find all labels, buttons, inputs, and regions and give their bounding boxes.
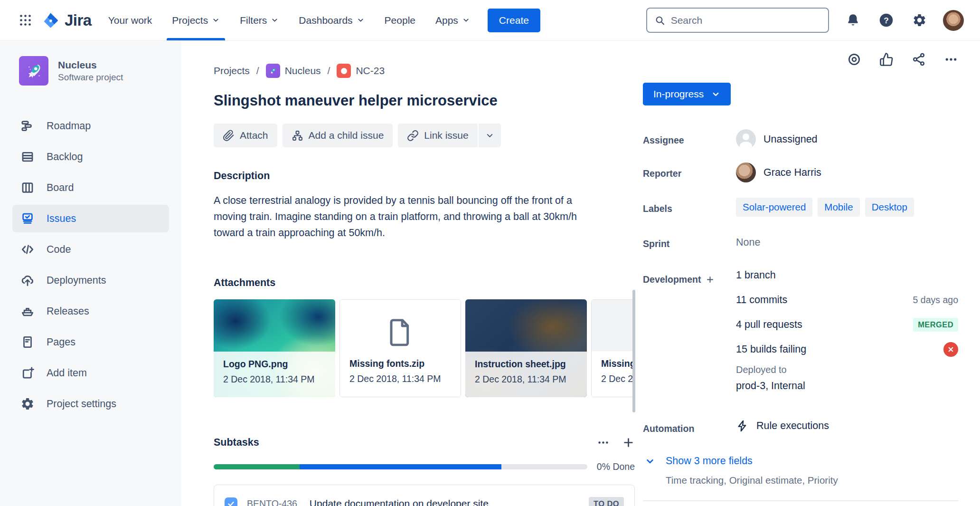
link-issue-button[interactable]: Link issue <box>398 124 477 147</box>
subtasks-list: BENTO-436 Update documentation on develo… <box>214 485 635 506</box>
assignee-value[interactable]: Unassigned <box>736 124 958 149</box>
sidebar-item-deployments[interactable]: Deployments <box>12 267 169 294</box>
sidebar-item-backlog[interactable]: Backlog <box>12 143 169 171</box>
panel-divider <box>643 500 958 501</box>
nav-dashboards[interactable]: Dashboards <box>289 0 374 40</box>
label-chip[interactable]: Mobile <box>818 198 859 217</box>
attachment-name: Missing fonts.zip <box>349 358 451 369</box>
nav-people[interactable]: People <box>375 0 425 40</box>
share-button[interactable] <box>912 52 926 67</box>
label-chip[interactable]: Solar-powered <box>736 198 812 217</box>
sprint-label: Sprint <box>643 217 736 249</box>
breadcrumb-project[interactable]: Nucleus <box>266 64 321 78</box>
attachments-heading: Attachments <box>214 277 603 289</box>
link-issue-more-button[interactable] <box>479 124 501 147</box>
deployed-to-value[interactable]: prod-3, Internal <box>736 380 958 392</box>
subtask-status-badge[interactable]: TO DO <box>589 497 624 506</box>
description-heading: Description <box>214 170 603 182</box>
subtask-type-icon[interactable] <box>225 497 237 506</box>
help-button[interactable]: ? <box>876 11 895 30</box>
user-avatar[interactable] <box>943 10 964 31</box>
pull-requests-link[interactable]: 4 pull requests <box>736 319 802 331</box>
jira-logo[interactable]: Jira <box>38 10 98 30</box>
global-search[interactable] <box>646 8 829 33</box>
settings-button[interactable] <box>910 11 929 30</box>
commits-timestamp: 5 days ago <box>913 295 958 306</box>
more-actions-button[interactable] <box>944 52 958 67</box>
paperclip-icon <box>223 130 235 142</box>
subtasks-more-button[interactable] <box>597 436 610 449</box>
add-subtask-button[interactable] <box>622 436 635 449</box>
chevron-down-icon <box>271 16 279 24</box>
attachments-list: Logo PNG.png 2 Dec 2018, 11:34 PM Missin… <box>214 299 635 397</box>
sidebar-item-issues[interactable]: Issues <box>12 205 169 232</box>
nav-your-work[interactable]: Your work <box>98 0 162 40</box>
top-navigation-bar: Jira Your work Projects Filters Dashboar… <box>0 0 980 41</box>
gear-icon <box>912 13 927 28</box>
bell-icon <box>846 13 860 28</box>
project-header[interactable]: Nucleus Software project <box>12 56 169 86</box>
chevron-down-icon <box>357 16 365 24</box>
nav-apps[interactable]: Apps <box>425 0 480 40</box>
share-icon <box>912 52 926 67</box>
progress-blue <box>300 464 501 469</box>
breadcrumb-projects[interactable]: Projects <box>214 65 250 76</box>
content-scrollbar[interactable] <box>632 290 635 412</box>
plus-icon[interactable] <box>706 275 715 284</box>
show-more-fields-button[interactable]: Show 3 more fields <box>643 455 958 467</box>
reporter-value[interactable]: Grace Harris <box>736 149 958 182</box>
sprint-value[interactable]: None <box>736 217 958 248</box>
builds-link[interactable]: 15 builds failing <box>736 344 806 355</box>
attachment-date: 2 Dec 2018, 11:34 PM <box>475 374 577 385</box>
sidebar-item-board[interactable]: Board <box>12 174 169 201</box>
attach-button[interactable]: Attach <box>214 124 277 147</box>
merged-badge: MERGED <box>913 318 958 332</box>
attachment-card[interactable]: Missing fonts.zip 2 Dec 2018, 11:34 PM <box>339 299 461 397</box>
chevron-down-icon <box>645 456 655 467</box>
project-type: Software project <box>58 72 123 83</box>
roadmap-icon <box>20 119 35 133</box>
attachment-date: 2 Dec 2018, 11:34 PM <box>349 373 451 384</box>
search-input[interactable] <box>671 15 820 26</box>
create-button[interactable]: Create <box>488 9 540 32</box>
development-label: Development <box>643 249 736 285</box>
project-sidebar: Nucleus Software project Roadmap Backlog… <box>0 41 181 506</box>
sidebar-item-releases[interactable]: Releases <box>12 297 169 325</box>
subtask-title[interactable]: Update documentation on developer site <box>310 498 579 506</box>
logo-wordmark: Jira <box>65 11 92 29</box>
subtask-row[interactable]: BENTO-436 Update documentation on develo… <box>220 490 629 506</box>
plus-icon <box>622 436 635 449</box>
automation-label: Automation <box>643 392 736 434</box>
commits-link[interactable]: 11 commits <box>736 294 787 306</box>
project-avatar <box>19 56 48 86</box>
status-dropdown-button[interactable]: In-progress <box>643 83 731 105</box>
breadcrumb-issue[interactable]: NC-23 <box>337 64 385 78</box>
vote-button[interactable] <box>879 52 894 67</box>
thumbs-up-icon <box>879 52 894 67</box>
branches-link[interactable]: 1 branch <box>736 269 776 281</box>
subtask-key[interactable]: BENTO-436 <box>247 498 297 506</box>
issue-main-column: Projects / Nucleus / NC-23 Slingshot man… <box>181 41 635 506</box>
sidebar-item-add-item[interactable]: Add item <box>12 359 169 387</box>
dev-pull-requests-row: 4 pull requests MERGED <box>736 312 958 337</box>
attachment-card[interactable]: Logo PNG.png 2 Dec 2018, 11:34 PM <box>214 299 335 397</box>
sidebar-item-roadmap[interactable]: Roadmap <box>12 112 169 140</box>
chevron-down-icon <box>212 16 220 24</box>
sidebar-item-project-settings[interactable]: Project settings <box>12 390 169 418</box>
description-body[interactable]: A close terrestrial analogy is provided … <box>214 192 603 241</box>
automation-value[interactable]: Rule executions <box>736 392 958 432</box>
nav-filters[interactable]: Filters <box>230 0 289 40</box>
add-child-issue-button[interactable]: Add a child issue <box>283 124 393 147</box>
breadcrumb: Projects / Nucleus / NC-23 <box>214 64 603 78</box>
app-switcher-icon[interactable] <box>12 8 38 33</box>
attachment-card[interactable]: Instruction sheet.jpg 2 Dec 2018, 11:34 … <box>465 299 587 397</box>
nav-projects[interactable]: Projects <box>162 0 230 40</box>
labels-label: Labels <box>643 182 736 214</box>
watch-button[interactable] <box>847 52 861 67</box>
sidebar-item-code[interactable]: Code <box>12 236 169 263</box>
notifications-button[interactable] <box>843 11 862 30</box>
sidebar-item-pages[interactable]: Pages <box>12 328 169 356</box>
label-chip[interactable]: Desktop <box>865 198 914 217</box>
attachment-card[interactable]: Missing f 2 Dec 20 <box>591 299 635 397</box>
issue-title[interactable]: Slingshot maneuver helper microservice <box>214 92 603 109</box>
